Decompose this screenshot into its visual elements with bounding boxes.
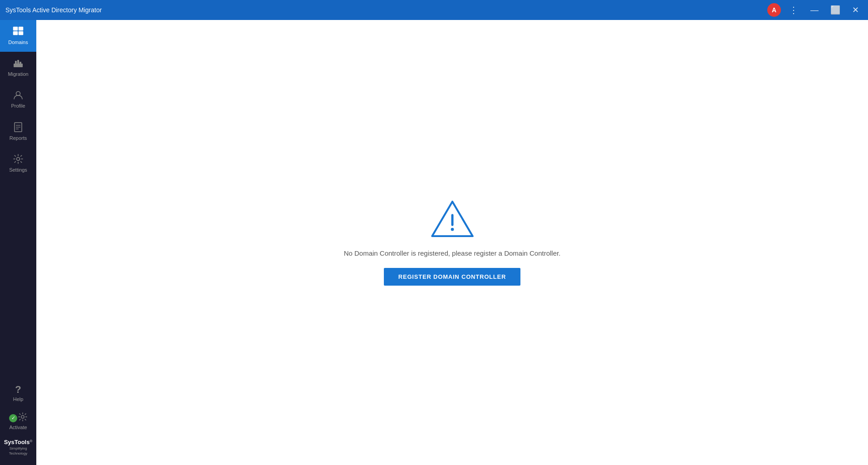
sidebar-item-migration[interactable]: Migration (0, 52, 36, 84)
logo-sys: Sys (4, 439, 15, 445)
settings-label: Settings (9, 167, 27, 173)
svg-rect-5 (15, 61, 17, 64)
sidebar-bottom: ? Help ✓ Activate (0, 378, 36, 465)
svg-rect-3 (19, 31, 23, 35)
warning-message: No Domain Controller is registered, plea… (344, 249, 561, 257)
domains-label: Domains (8, 40, 28, 45)
activate-gear-icon (18, 412, 27, 424)
svg-rect-4 (14, 64, 23, 67)
profile-icon (13, 90, 23, 101)
sidebar-item-reports[interactable]: Reports (0, 116, 36, 148)
svg-rect-2 (13, 31, 18, 35)
app-layout: Domains Migration Profile (0, 20, 868, 465)
logo-sub: Simplifying Technology (2, 446, 34, 456)
sidebar-item-settings[interactable]: Settings (0, 148, 36, 179)
svg-point-14 (21, 416, 24, 418)
menu-dots-button[interactable]: ⋮ (785, 3, 802, 17)
title-bar-right: A ⋮ — ⬜ ✕ (767, 3, 863, 17)
svg-rect-6 (17, 60, 19, 64)
profile-label: Profile (11, 103, 25, 109)
minimize-button[interactable]: — (807, 4, 822, 17)
title-bar: SysTools Active Directory Migrator A ⋮ —… (0, 0, 868, 20)
help-label: Help (13, 396, 24, 402)
activate-check-icon: ✓ (9, 414, 17, 422)
user-avatar[interactable]: A (767, 3, 781, 17)
title-bar-left: SysTools Active Directory Migrator (5, 6, 102, 14)
sidebar-item-activate[interactable]: ✓ Activate (0, 409, 36, 434)
sidebar: Domains Migration Profile (0, 20, 36, 465)
activate-icons: ✓ (9, 412, 27, 424)
sidebar-item-domains[interactable]: Domains (0, 20, 36, 52)
svg-rect-0 (13, 27, 18, 30)
domains-icon (13, 26, 24, 38)
sidebar-item-profile[interactable]: Profile (0, 84, 36, 115)
warning-icon (430, 199, 475, 238)
sidebar-item-help[interactable]: ? Help (0, 378, 36, 409)
center-panel: No Domain Controller is registered, plea… (344, 199, 561, 286)
reports-label: Reports (10, 135, 27, 141)
close-button[interactable]: ✕ (848, 3, 863, 17)
logo-tools: Tools (15, 439, 30, 445)
register-domain-controller-button[interactable]: REGISTER DOMAIN CONTROLLER (384, 268, 520, 286)
svg-rect-7 (20, 62, 21, 64)
svg-point-17 (451, 228, 454, 231)
activate-label: Activate (9, 425, 27, 430)
maximize-button[interactable]: ⬜ (827, 3, 844, 17)
svg-rect-1 (19, 27, 23, 30)
help-icon: ? (15, 385, 21, 395)
reports-icon (14, 122, 23, 134)
migration-icon (13, 58, 24, 69)
migration-label: Migration (8, 71, 28, 77)
settings-icon (13, 154, 23, 165)
logo-text: SysTools® Simplifying Technology (2, 439, 34, 456)
svg-point-8 (16, 92, 20, 96)
svg-point-13 (17, 157, 20, 160)
sidebar-logo: SysTools® Simplifying Technology (0, 434, 36, 460)
app-title: SysTools Active Directory Migrator (5, 6, 102, 14)
main-content: No Domain Controller is registered, plea… (36, 20, 868, 465)
